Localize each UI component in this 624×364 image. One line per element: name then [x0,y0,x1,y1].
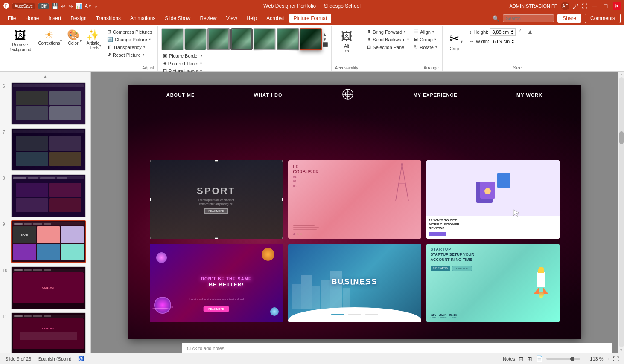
color-button[interactable]: 🎨 Color ▾ [64,28,82,47]
menu-animations[interactable]: Animations [126,14,160,23]
more-icon[interactable]: ⌄ [94,3,98,9]
slide-item-8[interactable]: 8 [2,173,89,218]
slide-item-10[interactable]: 10 CONTACT [2,266,89,310]
close-button[interactable]: ✕ [613,2,621,10]
align-button[interactable]: ☰ Align ▾ [412,28,438,35]
more-styles-arrow[interactable]: ⬛ [323,42,328,47]
artistic-effects-label: ArtisticEffects [87,41,99,50]
transparency-button[interactable]: ◧ Transparency ▾ [105,43,154,51]
pic-style-thumb-2[interactable] [184,28,207,50]
selection-pane-label: Selection Pane [373,45,404,50]
pic-style-thumb-6[interactable] [277,28,299,51]
group-icon: ⊟ [414,37,418,42]
width-up[interactable]: ▲ [511,38,514,41]
selection-pane-button[interactable]: ⊞ Selection Pane [365,43,411,51]
height-down[interactable]: ▼ [510,32,513,35]
width-down[interactable]: ▼ [511,41,514,44]
fullscreen-icon[interactable]: ⛶ [582,3,587,9]
slide-item-11[interactable]: 11 CONTACT [2,312,89,353]
undo-icon[interactable]: ↩ [61,3,66,9]
corrections-button[interactable]: ☀ Corrections ▾ [35,28,62,47]
comments-button[interactable]: Comments [585,14,621,23]
slide-item-9[interactable]: 9 SPORT [2,220,89,264]
picture-border-icon: ▣ [163,53,167,58]
group-button[interactable]: ⊟ Group ▾ [412,36,438,43]
arrange-label: Arrange [423,66,439,71]
view-reading-icon[interactable]: 📄 [536,355,543,362]
collapse-ribbon-button[interactable]: ▲ [525,26,535,71]
menu-insert[interactable]: Insert [44,14,65,23]
slide-panel-scroll-up[interactable]: ▲ [2,73,89,80]
bring-forward-button[interactable]: ⬆ Bring Forward ▾ [365,28,411,35]
remove-background-button[interactable]: 🖼 RemoveBackground [6,28,34,54]
minimize-button[interactable]: ─ [591,2,598,10]
svg-line-5 [402,165,408,201]
menu-view[interactable]: View [222,14,242,23]
redo-icon[interactable]: ↪ [68,3,73,9]
menu-slideshow[interactable]: Slide Show [160,14,195,23]
pic-style-thumb-5[interactable] [254,28,276,51]
send-backward-button[interactable]: ⬇ Send Backward ▾ [365,36,411,43]
height-input[interactable]: 3,88 cm ▲ ▼ [490,28,516,36]
share-button[interactable]: Share [557,14,581,23]
autosave-toggle[interactable]: Off [38,3,49,9]
size-expand-button[interactable]: ⤢ [518,28,522,38]
pic-style-thumb-4[interactable] [230,28,253,50]
height-value: 3,88 cm [492,29,509,35]
scroll-down-arrow[interactable]: ▼ [323,37,328,42]
presenter-icon[interactable]: 📊 [76,3,82,9]
rotate-button[interactable]: ↻ Rotate ▾ [412,43,438,51]
menu-design[interactable]: Design [66,14,90,23]
notes-bar[interactable]: Click to add notes [182,343,612,353]
scroll-up-arrow[interactable]: ▲ [323,32,328,37]
change-picture-button[interactable]: 🔄 Change Picture ▾ [105,36,154,43]
slide-item-7[interactable]: 7 [2,127,89,172]
menu-help[interactable]: Help [242,14,262,23]
artistic-effects-button[interactable]: ✨ ArtisticEffects ▾ [84,28,102,52]
user-avatar[interactable]: AF [561,2,569,10]
customize2-icon[interactable]: 🖊 [573,3,578,9]
menu-acrobat[interactable]: Acrobat [262,14,288,23]
alt-text-button[interactable]: 🖼 AltText [338,28,355,55]
notes-toggle[interactable]: Notes [503,356,515,361]
picture-border-button[interactable]: ▣ Picture Border ▾ [161,52,204,59]
menu-review[interactable]: Review [195,14,221,23]
save-icon[interactable]: 💾 [52,3,58,9]
picture-effects-button[interactable]: ◈ Picture Effects ▾ [161,60,204,67]
portfolio-card-business: BUSINESS COMPANYNAME [288,244,421,322]
zoom-level: 113 % [590,356,603,361]
restore-button[interactable]: □ [602,2,609,10]
zoom-slider[interactable] [546,358,580,360]
portfolio-card-le-corbusier: LECORBUSIER [288,160,421,239]
height-up[interactable]: ▲ [510,29,513,32]
pic-style-thumb-3[interactable] [207,28,230,50]
search-input[interactable] [503,14,554,22]
accessibility-label: Accessibility [335,66,358,71]
pic-style-thumb-7[interactable] [300,28,322,50]
menu-file[interactable]: File [3,14,20,23]
zoom-thumb[interactable] [570,357,574,361]
right-scrollbar[interactable]: ▲ ▼ [618,72,624,353]
alt-text-icon: 🖼 [341,30,352,43]
fit-slide-button[interactable]: ⛶ [613,355,619,362]
reset-picture-button[interactable]: ↺ Reset Picture ▾ [105,51,154,58]
width-input[interactable]: 6,89 cm ▲ ▼ [491,38,516,45]
menu-picture-format[interactable]: Picture Format [289,14,332,23]
zoom-minus[interactable]: − [584,356,586,361]
menu-transitions[interactable]: Transitions [92,14,125,23]
customize-icon[interactable]: A ▾ [85,3,92,9]
zoom-plus[interactable]: + [607,356,609,361]
view-slide-sorter-icon[interactable]: ⊞ [527,355,532,362]
size-label: Size [513,66,522,71]
slide-item-6[interactable]: 6 [2,81,89,126]
color-icon: 🎨 [67,30,80,40]
crop-button[interactable]: ✂ Crop ▾ [446,28,465,55]
view-normal-icon[interactable]: ⊟ [519,355,524,362]
scroll-up-button[interactable]: ▲ [620,72,623,76]
compress-pictures-button[interactable]: ⊞ Compress Pictures [105,28,154,35]
pic-style-thumb-1[interactable] [161,28,184,50]
scroll-down-button[interactable]: ▼ [620,348,623,352]
pic-styles-scroll[interactable]: ▲ ▼ ⬛ [323,32,328,47]
menu-home[interactable]: Home [21,14,43,23]
scroll-thumb[interactable] [619,131,624,144]
